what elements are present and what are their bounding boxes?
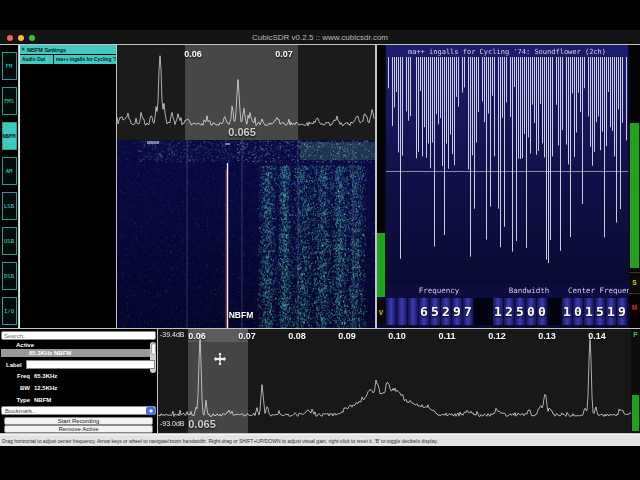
mode-button-fms[interactable]: FMS: [2, 87, 17, 115]
digit-cell[interactable]: 5: [595, 298, 606, 325]
tuner-label-frequency: Frequency: [419, 286, 460, 295]
waterfall-demod-label: NBFM: [201, 310, 281, 320]
collapse-icon[interactable]: ✕: [21, 46, 25, 52]
digit-cell[interactable]: 7: [463, 298, 474, 325]
digit-cell[interactable]: 5: [430, 298, 441, 325]
squelch-meter[interactable]: S M: [629, 45, 640, 328]
digit-group-center-frequency: 101519: [562, 298, 628, 325]
digit-group-bandwidth: 12500: [493, 298, 548, 325]
digit-cell[interactable]: 1: [606, 298, 617, 325]
digit-cell[interactable]: 5: [515, 298, 526, 325]
info-row-bw: BW12.5KHz: [0, 385, 157, 394]
audio-scope-canvas[interactable]: [386, 45, 628, 283]
scrollbar-thumb[interactable]: [151, 343, 156, 355]
bookmark-tree-root[interactable]: Active: [16, 342, 34, 348]
mode-button-iq[interactable]: I/Q: [2, 297, 17, 325]
move-cursor-icon: [213, 352, 227, 366]
mode-button-am[interactable]: AM: [2, 157, 17, 185]
squelch-meter-fill: [630, 123, 639, 268]
main-tick-008: 0.08: [288, 331, 306, 341]
mode-button-fm[interactable]: FM: [2, 52, 17, 80]
waterfall-canvas[interactable]: [117, 140, 375, 328]
info-label: BW: [20, 385, 30, 391]
spectrum-right-strip: P: [631, 329, 640, 433]
audio-out-label: Audio Out: [20, 55, 53, 64]
visual-gain-slider[interactable]: [632, 395, 639, 431]
waterfall-panel[interactable]: NBFM: [117, 140, 375, 328]
settings-header[interactable]: ✕ NBFM Settings: [20, 45, 116, 54]
modem-settings-panel: ✕ NBFM Settings Audio Out ma++ ingalls f…: [19, 45, 116, 328]
status-text: Drag horizontal to adjust center frequen…: [0, 438, 438, 444]
main-tick-009: 0.09: [338, 331, 356, 341]
digit-cell[interactable]: 0: [573, 298, 584, 325]
bookmark-dropdown-text: Bookmark..: [5, 408, 35, 414]
label-input[interactable]: [26, 360, 155, 369]
volume-meter-fill: [377, 233, 385, 297]
digit-cell[interactable]: 9: [617, 298, 628, 325]
mute-button[interactable]: M: [629, 293, 640, 321]
db-high-label: -39.4dB: [160, 331, 185, 338]
audio-out-value[interactable]: ma++ ingalls for Cycling '74:: [54, 55, 116, 64]
digit-cell[interactable]: 2: [504, 298, 515, 325]
digit-cell[interactable]: 2: [441, 298, 452, 325]
remove-active-button[interactable]: Remove Active: [4, 425, 153, 433]
info-value: 12.5KHz: [34, 385, 57, 391]
main-tick-014: 0.14: [588, 331, 606, 341]
upper-center-frequency-label: 0.065: [228, 126, 256, 138]
audio-device-title: ma++ ingalls for Cycling '74: Soundflowe…: [386, 48, 628, 56]
upper-tick-007: 0.07: [275, 49, 293, 59]
settings-title: NBFM Settings: [27, 47, 66, 53]
tuner-digit-row: 6529712500101519: [386, 298, 628, 325]
start-recording-button[interactable]: Start Recording: [4, 417, 153, 425]
label-field-label: Label: [6, 362, 22, 368]
squelch-meter-label: S: [629, 272, 640, 292]
search-input[interactable]: [1, 331, 156, 340]
main-tick-011: 0.11: [438, 331, 455, 341]
info-row-type: TypeNBFM: [0, 397, 157, 406]
upper-tick-006: 0.06: [184, 49, 202, 59]
peak-hold-button[interactable]: P: [631, 331, 640, 338]
mode-button-dsb[interactable]: DSB: [2, 262, 17, 290]
digit-cell[interactable]: 1: [493, 298, 504, 325]
info-value: 65.3KHz: [34, 373, 57, 379]
scope-tuner-panel: V ma++ ingalls for Cycling '74: Soundflo…: [377, 45, 640, 328]
volume-meter[interactable]: [377, 45, 385, 297]
tuner-label-bandwidth: Bandwidth: [509, 286, 550, 295]
digit-group-frequency: 65297: [386, 298, 474, 325]
digit-cell[interactable]: 1: [584, 298, 595, 325]
info-label: Type: [16, 397, 30, 403]
bookmark-panel: Active 65.3KHz NBFM Label Freq65.3KHzBW1…: [0, 329, 157, 433]
info-value: NBFM: [34, 397, 51, 403]
main-tick-006: 0.06: [188, 331, 206, 341]
info-row-freq: Freq65.3KHz: [0, 373, 157, 382]
digit-cell[interactable]: [408, 298, 419, 325]
mode-button-lsb[interactable]: LSB: [2, 192, 17, 220]
title-bar[interactable]: CubicSDR v0.2.5 :: www.cubicsdr.com: [0, 30, 640, 45]
digit-cell[interactable]: 6: [419, 298, 430, 325]
audio-scope[interactable]: ma++ ingalls for Cycling '74: Soundflowe…: [386, 45, 628, 283]
main-spectrum-panel[interactable]: 0.060.070.080.090.100.110.120.130.14 -39…: [158, 329, 640, 433]
main-spectrum-canvas[interactable]: [158, 329, 640, 433]
mode-button-nbfm[interactable]: NBFM: [2, 122, 17, 150]
db-low-label: -93.0dB: [160, 420, 185, 427]
tuner-label-row: FrequencyBandwidthCenter Frequency: [386, 283, 628, 298]
mode-button-usb[interactable]: USB: [2, 227, 17, 255]
bookmark-dropdown[interactable]: Bookmark..: [1, 406, 156, 415]
main-tick-012: 0.12: [488, 331, 506, 341]
demod-spectrum-panel[interactable]: 0.06 0.07 0.065: [117, 45, 375, 140]
digit-cell[interactable]: [386, 298, 397, 325]
main-tick-010: 0.10: [388, 331, 406, 341]
digit-cell[interactable]: 0: [526, 298, 537, 325]
app-window: CubicSDR v0.2.5 :: www.cubicsdr.com FMFM…: [0, 0, 640, 480]
status-bar: Drag horizontal to adjust center frequen…: [0, 434, 640, 446]
digit-cell[interactable]: 1: [562, 298, 573, 325]
digit-cell[interactable]: 0: [537, 298, 548, 325]
main-tick-013: 0.13: [538, 331, 556, 341]
volume-meter-label: V: [377, 300, 385, 324]
demod-mode-sidebar: FMFMSNBFMAMLSBUSBDSBI/Q: [0, 45, 18, 328]
digit-cell[interactable]: [397, 298, 408, 325]
bookmark-tree-selected-item[interactable]: 65.3KHz NBFM: [1, 349, 150, 357]
dropdown-arrows-icon[interactable]: [146, 407, 155, 415]
digit-cell[interactable]: 9: [452, 298, 463, 325]
audio-out-row: Audio Out ma++ ingalls for Cycling '74:: [20, 55, 116, 64]
